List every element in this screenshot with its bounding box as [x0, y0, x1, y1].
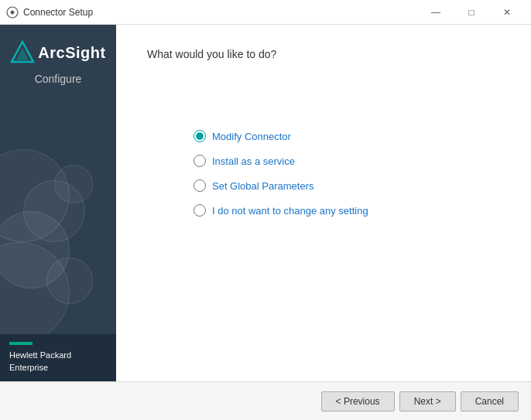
- option-global-label: Set Global Parameters: [212, 180, 314, 192]
- sidebar: ArcSight Configure Hewlett Packard Enter…: [0, 25, 116, 381]
- radio-global[interactable]: [194, 179, 206, 192]
- option-global[interactable]: Set Global Parameters: [194, 179, 500, 192]
- window-body: ArcSight Configure Hewlett Packard Enter…: [0, 25, 531, 381]
- main-content: What would you like to do? Modify Connec…: [116, 25, 531, 381]
- close-button[interactable]: ✕: [489, 0, 525, 25]
- arcsight-icon: [10, 40, 35, 65]
- sidebar-logo: ArcSight Configure: [0, 25, 116, 93]
- hpe-line1: Hewlett Packard: [9, 350, 71, 360]
- hpe-text: Hewlett Packard Enterprise: [9, 350, 107, 374]
- brand-name: ArcSight: [38, 44, 105, 62]
- option-modify[interactable]: Modify Connector: [194, 130, 500, 142]
- app-icon: [6, 6, 19, 19]
- bottom-bar: < Previous Next > Cancel: [0, 381, 531, 420]
- sidebar-footer: Hewlett Packard Enterprise: [0, 334, 116, 381]
- hpe-accent-bar: [9, 342, 33, 345]
- radio-none[interactable]: [194, 204, 206, 217]
- options-area: Modify Connector Install as a service Se…: [194, 130, 500, 217]
- question-label: What would you like to do?: [147, 48, 500, 60]
- arcsight-logo: ArcSight: [10, 40, 105, 65]
- minimize-button[interactable]: —: [418, 0, 454, 25]
- maximize-button[interactable]: □: [454, 0, 489, 25]
- title-bar: Connector Setup — □ ✕: [0, 0, 531, 25]
- option-none[interactable]: I do not want to change any setting: [194, 204, 500, 217]
- section-label: Configure: [35, 73, 82, 85]
- window-title: Connector Setup: [23, 7, 418, 18]
- radio-modify[interactable]: [194, 130, 206, 142]
- option-none-label: I do not want to change any setting: [212, 205, 368, 217]
- previous-button[interactable]: < Previous: [321, 391, 395, 411]
- window-controls: — □ ✕: [418, 0, 525, 25]
- radio-install[interactable]: [194, 155, 206, 167]
- sidebar-decoration: [0, 134, 116, 335]
- cancel-button[interactable]: Cancel: [461, 391, 519, 411]
- option-modify-label: Modify Connector: [212, 131, 291, 142]
- hpe-line2: Enterprise: [9, 363, 48, 372]
- option-install-label: Install as a service: [212, 155, 295, 167]
- option-install[interactable]: Install as a service: [194, 155, 500, 167]
- next-button[interactable]: Next >: [399, 391, 456, 411]
